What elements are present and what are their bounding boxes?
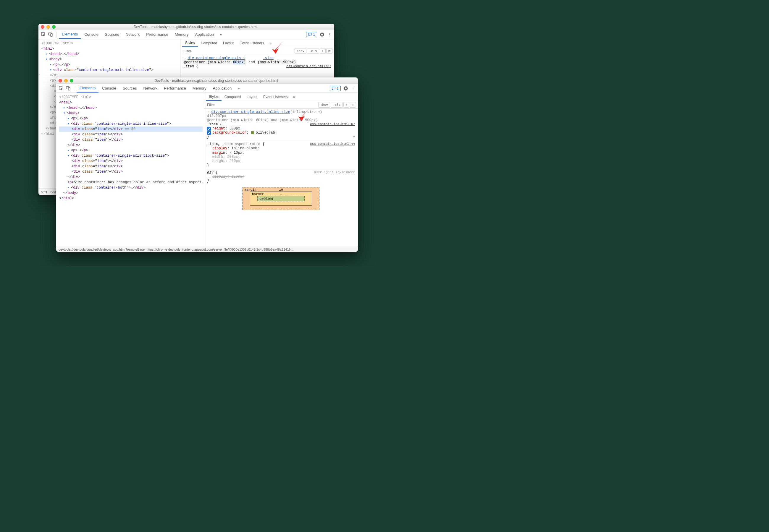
tab-console[interactable]: Console xyxy=(81,30,101,38)
subtab-event-listeners[interactable]: Event Listeners xyxy=(237,40,267,47)
gear-icon[interactable] xyxy=(319,31,325,38)
titlebar[interactable]: DevTools - mathiasbynens.github.io/css-d… xyxy=(56,77,358,84)
subtab-styles[interactable]: Styles xyxy=(182,39,198,47)
dom-node[interactable]: ▾<body> xyxy=(59,111,203,116)
dom-node[interactable]: </html> xyxy=(59,196,203,201)
device-toggle-icon[interactable] xyxy=(65,85,72,92)
inspect-icon[interactable] xyxy=(40,31,47,38)
dom-node[interactable]: <div class="item"></div> xyxy=(59,158,203,164)
expand-icon[interactable]: ▸ xyxy=(67,148,70,153)
css-property-overridden[interactable]: height: 200px; xyxy=(207,159,355,163)
tab-sources[interactable]: Sources xyxy=(102,30,122,38)
message-count[interactable]: 1 xyxy=(306,32,317,37)
expand-icon[interactable]: ▸ xyxy=(67,185,70,190)
dom-node[interactable]: ▸<head>…</head> xyxy=(59,105,203,111)
tab-performance[interactable]: Performance xyxy=(143,30,171,38)
css-rule[interactable]: → div.container-single-axis.i-size @cont… xyxy=(183,56,331,69)
tab-console[interactable]: Console xyxy=(99,84,119,92)
tab-application[interactable]: Application xyxy=(210,84,235,92)
maximize-icon[interactable] xyxy=(70,79,73,82)
source-link[interactable]: css-contain…ies.html:67 xyxy=(286,64,331,68)
tab-network[interactable]: Network xyxy=(123,30,143,38)
box-model-diagram[interactable]: margin 10 border - padding - xyxy=(242,187,319,210)
cls-toggle[interactable]: .cls xyxy=(331,102,343,108)
subtab-layout[interactable]: Layout xyxy=(220,40,237,47)
hov-toggle[interactable]: :hov xyxy=(318,102,330,108)
kebab-icon[interactable]: ⋮ xyxy=(349,85,356,92)
dom-node[interactable]: <div class="item"></div> xyxy=(59,137,203,142)
inspect-icon[interactable] xyxy=(58,85,64,92)
subtab-styles[interactable]: Styles xyxy=(206,93,221,101)
tab-sources[interactable]: Sources xyxy=(120,84,140,92)
new-style-button[interactable]: + xyxy=(343,102,349,108)
tab-network[interactable]: Network xyxy=(140,84,161,92)
css-rule[interactable]: .item, .item-aspect-ratio {css-contain…i… xyxy=(207,142,355,167)
css-property-overridden[interactable]: width: 200px; xyxy=(207,155,355,159)
subtabs-overflow-icon[interactable]: » xyxy=(291,95,297,99)
subtab-computed[interactable]: Computed xyxy=(221,93,244,100)
close-icon[interactable] xyxy=(41,25,44,29)
dom-node[interactable]: <html> xyxy=(59,100,203,105)
sidebar-toggle-icon[interactable]: ◫ xyxy=(326,48,332,54)
dom-node[interactable]: </div> xyxy=(59,142,203,148)
tab-memory[interactable]: Memory xyxy=(172,30,192,38)
container-link[interactable]: div.container-single-axis.inline-size xyxy=(211,110,290,114)
device-toggle-icon[interactable] xyxy=(47,31,54,38)
color-swatch-icon[interactable] xyxy=(251,131,254,134)
titlebar[interactable]: DevTools - mathiasbynens.github.io/css-d… xyxy=(38,24,334,30)
tab-memory[interactable]: Memory xyxy=(190,84,209,92)
dom-node[interactable]: </div> xyxy=(59,174,203,180)
kebab-icon[interactable]: ⋮ xyxy=(326,31,332,38)
add-property-icon[interactable]: + xyxy=(353,135,355,139)
minimize-icon[interactable] xyxy=(46,25,50,29)
css-property[interactable]: background-color: olivedrab; xyxy=(207,131,355,135)
tabs-overflow-icon[interactable]: » xyxy=(217,32,224,37)
sidebar-toggle-icon[interactable]: ◫ xyxy=(350,102,356,108)
subtab-computed[interactable]: Computed xyxy=(198,40,220,47)
collapse-icon[interactable]: ▾ xyxy=(63,111,66,116)
hov-toggle[interactable]: :hov xyxy=(294,48,307,54)
css-property[interactable]: height: 300px; xyxy=(207,126,355,131)
close-icon[interactable] xyxy=(59,79,62,82)
dom-node[interactable]: <div class="item"></div> xyxy=(59,164,203,169)
collapse-icon[interactable]: ▾ xyxy=(67,121,70,126)
subtab-event-listeners[interactable]: Event Listeners xyxy=(260,93,291,100)
collapse-icon[interactable]: ▾ xyxy=(67,153,70,158)
css-property[interactable]: margin: ▸ 10px; xyxy=(207,150,355,155)
tab-application[interactable]: Application xyxy=(192,30,217,38)
dom-node[interactable]: <div class="item"></div> xyxy=(59,169,203,174)
dom-node-selected[interactable]: ⋯ <div class="item"></div> == $0 xyxy=(59,126,203,132)
tab-elements[interactable]: Elements xyxy=(59,30,81,39)
crumb-html[interactable]: html xyxy=(41,190,47,194)
message-count[interactable]: 1 xyxy=(330,86,341,91)
dom-node[interactable]: ▾<div class="container-single-axis block… xyxy=(59,153,203,158)
tab-elements[interactable]: Elements xyxy=(77,84,98,93)
expand-icon[interactable]: ▸ xyxy=(63,105,66,111)
maximize-icon[interactable] xyxy=(52,25,56,29)
css-rule[interactable]: → div.container-single-axis.inline-size(… xyxy=(207,110,355,139)
crumb-body[interactable]: bod xyxy=(51,190,56,194)
property-toggle[interactable] xyxy=(207,131,211,135)
expand-shorthand-icon[interactable]: ▸ xyxy=(229,151,231,155)
css-property[interactable]: display: inline-block; xyxy=(207,146,355,150)
property-toggle[interactable] xyxy=(207,127,211,131)
source-link[interactable]: css-contain…ies.html:67 xyxy=(310,122,355,126)
subtab-layout[interactable]: Layout xyxy=(244,93,260,100)
new-style-button[interactable]: + xyxy=(320,48,326,54)
window-title: DevTools - mathiasbynens.github.io/css-d… xyxy=(77,79,355,83)
cls-toggle[interactable]: .cls xyxy=(307,48,319,54)
dom-node[interactable]: </body> xyxy=(59,190,203,196)
dom-node[interactable]: <p>Size container: box changes color at … xyxy=(59,180,203,185)
elements-tree-pane[interactable]: <!DOCTYPE html> <html> ▸<head>…</head> ▾… xyxy=(56,93,204,252)
dom-node[interactable]: ▸<p>…</p> xyxy=(59,116,203,121)
gear-icon[interactable] xyxy=(342,85,349,92)
dom-node[interactable]: ▸<p>…</p> xyxy=(59,148,203,153)
dom-node[interactable]: ▸<div class="container-both">…</div> xyxy=(59,185,203,190)
tabs-overflow-icon[interactable]: » xyxy=(235,86,242,90)
expand-icon[interactable]: ▸ xyxy=(67,116,70,121)
source-link[interactable]: css-contain…ies.html:44 xyxy=(310,142,355,146)
dom-node[interactable]: ▾<div class="container-single-axis inlin… xyxy=(59,121,203,126)
dom-node[interactable]: <div class="item"></div> xyxy=(59,132,203,137)
tab-performance[interactable]: Performance xyxy=(161,84,189,92)
minimize-icon[interactable] xyxy=(64,79,68,82)
